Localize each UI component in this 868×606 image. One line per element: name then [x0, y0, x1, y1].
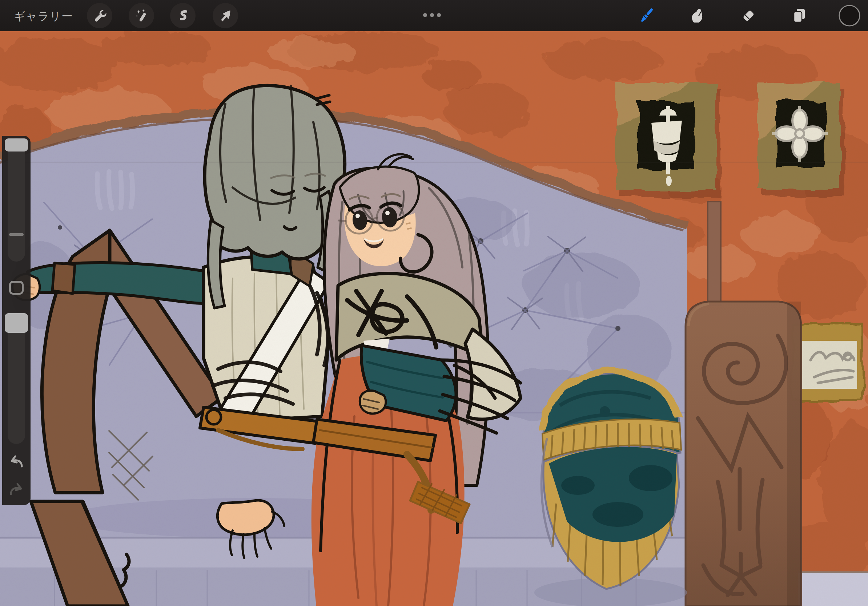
app-screen: ギャラリー	[0, 0, 868, 606]
brush-sidebar	[2, 136, 31, 505]
color-swatch	[838, 4, 861, 27]
layers-stack-icon	[789, 6, 809, 25]
actions-wrench-icon	[92, 8, 107, 23]
top-toolbar: ギャラリー	[0, 0, 868, 31]
modify-button[interactable]	[9, 281, 23, 295]
undo-button[interactable]	[7, 453, 25, 470]
opacity-handle[interactable]	[5, 313, 28, 333]
drawing-canvas[interactable]	[0, 31, 868, 606]
redo-icon	[7, 480, 25, 498]
undo-icon	[7, 453, 25, 470]
color-swatch-button[interactable]	[838, 5, 861, 27]
brush-size-handle[interactable]	[5, 138, 28, 152]
paint-tool-button[interactable]	[635, 5, 657, 27]
erase-tool-button[interactable]	[737, 5, 760, 27]
canvas-options-button[interactable]	[423, 13, 441, 17]
actions-button[interactable]	[87, 3, 112, 28]
adjustments-magic-wand-icon	[134, 8, 149, 23]
adjustments-button[interactable]	[129, 3, 154, 28]
brush-size-marker	[9, 233, 23, 236]
gallery-button[interactable]: ギャラリー	[14, 9, 73, 24]
brush-size-slider[interactable]	[8, 138, 25, 261]
selection-button[interactable]	[170, 3, 195, 28]
dot	[423, 13, 427, 17]
selection-s-icon	[175, 8, 191, 23]
transform-arrow-icon	[218, 8, 233, 23]
texture-overlay	[0, 31, 868, 606]
layers-tool-button[interactable]	[788, 5, 811, 27]
redo-button[interactable]	[7, 480, 25, 498]
transform-button[interactable]	[212, 3, 238, 28]
smudge-tool-button[interactable]	[686, 5, 709, 27]
opacity-slider[interactable]	[8, 313, 25, 444]
canvas-artwork	[0, 31, 868, 606]
smudge-finger-icon	[688, 6, 707, 25]
paint-brush-icon	[637, 6, 656, 25]
erase-eraser-icon	[739, 6, 758, 25]
dot	[437, 13, 441, 17]
dot	[430, 13, 434, 17]
